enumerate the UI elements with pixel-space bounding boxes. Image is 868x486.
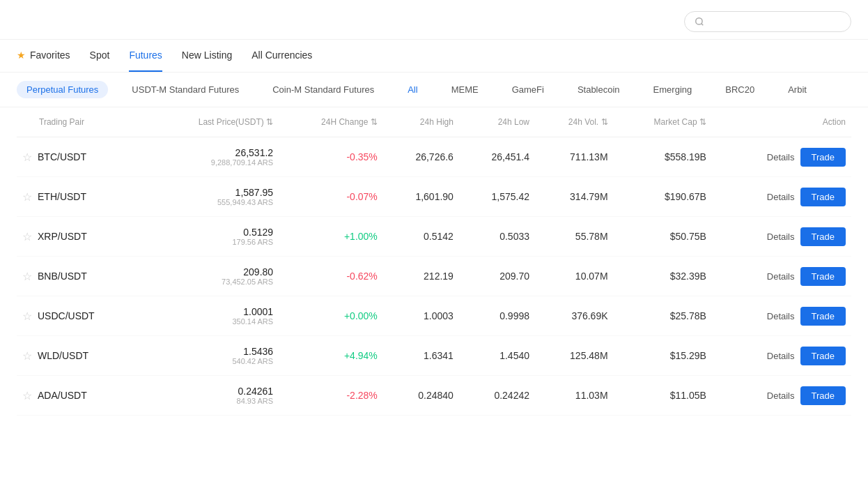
price-main: 1.0001 xyxy=(151,306,273,317)
trade-button[interactable]: Trade xyxy=(800,307,846,326)
subtab-coin-m-standard[interactable]: Coin-M Standard Futures xyxy=(263,81,384,98)
favorite-star-icon[interactable]: ☆ xyxy=(22,270,32,283)
tab-label: Spot xyxy=(90,50,110,61)
price-main: 0.24261 xyxy=(151,386,273,397)
price-main: 1,587.95 xyxy=(151,187,273,198)
tab-favorites[interactable]: ★Favorites xyxy=(17,40,70,72)
subtab-stablecoin[interactable]: Stablecoin xyxy=(568,81,630,98)
trade-button[interactable]: Trade xyxy=(800,386,846,405)
trade-button[interactable]: Trade xyxy=(800,267,846,286)
market-cap-cell: $15.29B xyxy=(614,336,712,376)
favorite-star-icon[interactable]: ☆ xyxy=(22,190,32,204)
tab-all-currencies[interactable]: All Currencies xyxy=(251,40,312,72)
subtab-all[interactable]: All xyxy=(398,81,427,98)
last-price-cell: 0.5129179.56 ARS xyxy=(146,217,279,257)
low-cell: 0.24242 xyxy=(459,376,535,416)
tab-label: Futures xyxy=(129,50,162,61)
table-row: ☆ XRP/USDT 0.5129179.56 ARS+1.00%0.51420… xyxy=(17,217,851,257)
subtab-usdt-m-standard[interactable]: USDT-M Standard Futures xyxy=(122,81,249,98)
subtab-brc20[interactable]: BRC20 xyxy=(715,81,764,98)
table-row: ☆ ADA/USDT 0.2426184.93 ARS-2.28%0.24840… xyxy=(17,376,851,416)
action-cell: Details Trade xyxy=(712,217,851,257)
favorite-star-icon[interactable]: ☆ xyxy=(22,230,32,243)
trade-button[interactable]: Trade xyxy=(800,188,846,206)
favorite-star-icon[interactable]: ☆ xyxy=(22,151,32,164)
pair-name: WLD/USDT xyxy=(38,350,88,361)
last-price-cell: 0.2426184.93 ARS xyxy=(146,376,279,416)
market-cap-cell: $558.19B xyxy=(614,137,712,177)
favorite-star-icon[interactable]: ☆ xyxy=(22,389,32,402)
details-link[interactable]: Details xyxy=(767,152,795,162)
col-header-vol-24h[interactable]: 24h Vol. ⇅ xyxy=(535,107,614,137)
tab-new-listing[interactable]: New Listing xyxy=(182,40,232,72)
details-link[interactable]: Details xyxy=(767,271,795,282)
pair-name: BTC/USDT xyxy=(38,151,86,162)
market-cap-cell: $32.39B xyxy=(614,257,712,296)
price-ars: 9,288,709.14 ARS xyxy=(151,158,273,167)
change-cell: -0.35% xyxy=(279,137,383,177)
market-cap-cell: $25.78B xyxy=(614,296,712,336)
market-cap-cell: $11.05B xyxy=(614,376,712,416)
tab-label: New Listing xyxy=(182,50,232,61)
change-cell: +4.94% xyxy=(279,336,383,376)
subtab-perpetual-futures[interactable]: Perpetual Futures xyxy=(17,81,108,98)
subtab-meme[interactable]: MEME xyxy=(442,81,488,98)
pair-name: USDC/USDT xyxy=(38,310,95,321)
high-cell: 26,726.6 xyxy=(383,137,459,177)
details-link[interactable]: Details xyxy=(767,311,795,321)
low-cell: 0.5033 xyxy=(459,217,535,257)
market-table: Trading PairLast Price(USDT) ⇅24H Change… xyxy=(17,107,851,416)
subtab-emerging[interactable]: Emerging xyxy=(644,81,702,98)
details-link[interactable]: Details xyxy=(767,351,795,361)
col-header-high-24h: 24h High xyxy=(383,107,459,137)
change-cell: -0.62% xyxy=(279,257,383,296)
pair-name: ADA/USDT xyxy=(38,390,87,401)
tab-spot[interactable]: Spot xyxy=(90,40,110,72)
last-price-cell: 1,587.95555,949.43 ARS xyxy=(146,177,279,217)
svg-point-0 xyxy=(696,18,702,24)
vol-cell: 10.07M xyxy=(535,257,614,296)
last-price-cell: 1.5436540.42 ARS xyxy=(146,336,279,376)
trade-button[interactable]: Trade xyxy=(800,148,846,167)
table-row: ☆ WLD/USDT 1.5436540.42 ARS+4.94%1.63411… xyxy=(17,336,851,376)
trade-button[interactable]: Trade xyxy=(800,227,846,246)
pair-cell: ☆ ETH/USDT xyxy=(17,177,146,217)
last-price-cell: 26,531.29,288,709.14 ARS xyxy=(146,137,279,177)
header xyxy=(0,0,868,39)
price-ars: 555,949.43 ARS xyxy=(151,198,273,206)
low-cell: 0.9998 xyxy=(459,296,535,336)
low-cell: 1,575.42 xyxy=(459,177,535,217)
price-ars: 540.42 ARS xyxy=(151,357,273,365)
table-row: ☆ ETH/USDT 1,587.95555,949.43 ARS-0.07%1… xyxy=(17,177,851,217)
pair-cell: ☆ WLD/USDT xyxy=(17,336,146,376)
pair-cell: ☆ BTC/USDT xyxy=(17,137,146,177)
col-header-low-24h: 24h Low xyxy=(459,107,535,137)
market-cap-cell: $50.75B xyxy=(614,217,712,257)
subtab-arbit[interactable]: Arbit xyxy=(778,81,816,98)
details-link[interactable]: Details xyxy=(767,231,795,242)
col-header-change-24h[interactable]: 24H Change ⇅ xyxy=(279,107,383,137)
action-cell: Details Trade xyxy=(712,177,851,217)
col-header-market-cap[interactable]: Market Cap ⇅ xyxy=(614,107,712,137)
action-cell: Details Trade xyxy=(712,336,851,376)
table-row: ☆ USDC/USDT 1.0001350.14 ARS+0.00%1.0003… xyxy=(17,296,851,336)
trade-button[interactable]: Trade xyxy=(800,347,846,365)
action-cell: Details Trade xyxy=(712,257,851,296)
tab-futures[interactable]: Futures xyxy=(129,40,162,72)
subtab-gamefi[interactable]: GameFi xyxy=(502,81,554,98)
price-ars: 73,452.05 ARS xyxy=(151,278,273,286)
details-link[interactable]: Details xyxy=(767,390,795,401)
col-header-pair: Trading Pair xyxy=(17,107,146,137)
svg-line-1 xyxy=(702,24,704,26)
low-cell: 209.70 xyxy=(459,257,535,296)
pair-cell: ☆ USDC/USDT xyxy=(17,296,146,336)
price-main: 1.5436 xyxy=(151,346,273,357)
price-main: 0.5129 xyxy=(151,227,273,238)
favorite-star-icon[interactable]: ☆ xyxy=(22,349,32,363)
high-cell: 0.24840 xyxy=(383,376,459,416)
col-header-last-price[interactable]: Last Price(USDT) ⇅ xyxy=(146,107,279,137)
favorite-star-icon[interactable]: ☆ xyxy=(22,310,32,323)
details-link[interactable]: Details xyxy=(767,192,795,202)
search-input[interactable] xyxy=(708,16,841,27)
high-cell: 0.5142 xyxy=(383,217,459,257)
